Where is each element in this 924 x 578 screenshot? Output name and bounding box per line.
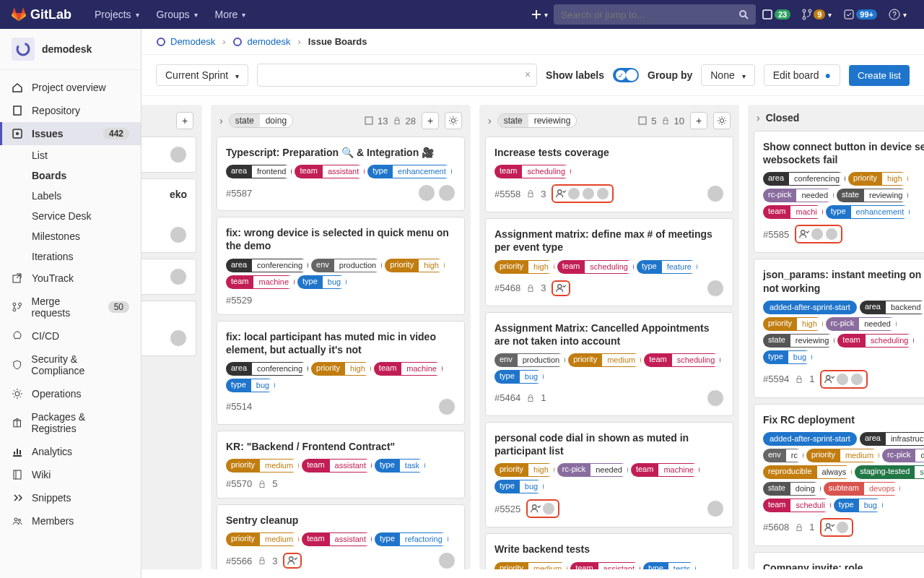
sidebar-item-operations[interactable]: Operations	[0, 382, 141, 405]
crumb-project[interactable]: demodesk	[247, 36, 290, 47]
sidebar-item-packages-registries[interactable]: Packages & Registries	[0, 405, 141, 440]
avatar[interactable]	[542, 502, 555, 515]
assignee-indicator[interactable]	[526, 499, 559, 518]
edit-board-button[interactable]: Edit board●	[764, 64, 840, 86]
issue-card[interactable]: Assignment matrix: define max # of meeti…	[485, 218, 733, 306]
avatar[interactable]	[825, 228, 838, 241]
issue-card[interactable]	[141, 259, 196, 295]
todos-shortcut[interactable]: 99+	[837, 9, 883, 20]
sidebar-item-project-overview[interactable]: Project overview	[0, 76, 141, 99]
issue-card[interactable]: KR: "Backend / Frontend Contract"priorit…	[217, 431, 465, 499]
issue-card[interactable]: Increase tests coverageteamscheduling#55…	[485, 137, 733, 212]
issue-card[interactable]: json_params: instant meeting on lobby no…	[754, 259, 924, 397]
issues-shortcut[interactable]: 23	[756, 9, 796, 20]
clear-filter-icon[interactable]: ×	[525, 69, 531, 80]
project-header[interactable]: demodesk	[0, 29, 141, 70]
nav-projects[interactable]: Projects	[86, 9, 148, 20]
sidebar-sub-iterations[interactable]: Iterations	[0, 246, 141, 267]
collapse-icon[interactable]: ›	[219, 115, 223, 126]
crumb-group[interactable]: Demodesk	[170, 36, 215, 47]
sidebar-item-security-compliance[interactable]: Security & Compliance	[0, 348, 141, 382]
sidebar-item-ci-cd[interactable]: CI/CD	[0, 324, 141, 348]
issue-card[interactable]: Write backend testsprioritymediumteamass…	[485, 533, 733, 569]
sidebar-item-repository[interactable]: Repository	[0, 99, 141, 122]
gitlab-logo[interactable]: GitLab	[12, 7, 71, 22]
nav-groups[interactable]: Groups	[148, 9, 206, 20]
assignee-indicator[interactable]	[820, 518, 853, 537]
list-settings-button[interactable]	[445, 112, 462, 129]
sidebar-item-analytics[interactable]: Analytics	[0, 440, 141, 463]
label-type-bug: typebug	[763, 350, 812, 364]
avatar[interactable]	[850, 373, 863, 386]
avatar[interactable]	[438, 552, 456, 569]
issue-card[interactable]: Company invite: roleprioritymediumstagin…	[754, 552, 924, 569]
issue-card[interactable]: ekoteamine	[141, 178, 196, 253]
sidebar-sub-service-desk[interactable]: Service Desk	[0, 206, 141, 226]
assignee-indicator[interactable]	[283, 553, 302, 569]
card-title: KR: "Backend / Frontend Contract"	[226, 440, 456, 453]
list-settings-button[interactable]	[713, 112, 731, 129]
board-filter[interactable]: ×	[257, 64, 537, 87]
avatar[interactable]	[707, 280, 724, 297]
sidebar-sub-milestones[interactable]: Milestones	[0, 226, 141, 246]
assignee-indicator[interactable]	[552, 280, 570, 296]
group-by-dropdown[interactable]: None	[701, 64, 754, 86]
avatar[interactable]	[707, 389, 724, 407]
add-card-button[interactable]: +	[690, 112, 707, 129]
collapse-icon[interactable]: ›	[757, 112, 760, 124]
avatar[interactable]	[567, 187, 580, 200]
issue-card[interactable]: fix: local participant has muted mic in …	[217, 321, 465, 425]
sidebar-sub-list[interactable]: List	[0, 145, 141, 165]
sidebar-sub-labels[interactable]: Labels	[0, 186, 141, 206]
avatar[interactable]	[170, 268, 187, 285]
avatar[interactable]	[170, 226, 187, 243]
nav-more[interactable]: More	[206, 9, 255, 20]
add-card-button[interactable]: +	[176, 112, 193, 129]
gear-icon	[12, 388, 23, 400]
create-list-button[interactable]: Create list	[849, 65, 910, 86]
help-menu[interactable]: ?	[883, 9, 912, 20]
add-card-button[interactable]: +	[422, 112, 439, 129]
avatar[interactable]	[582, 187, 595, 200]
issue-card[interactable]: Sentry cleanupprioritymediumteamassistan…	[217, 504, 465, 569]
avatar[interactable]	[707, 500, 724, 517]
avatar[interactable]	[811, 228, 824, 241]
issue-card[interactable]: Fix RC deploymentadded-after-sprint-star…	[754, 404, 924, 546]
issue-card[interactable]: Assignment Matrix: Cancelled Appointment…	[485, 312, 733, 416]
issue-card[interactable]: fix: wrong device is selected in quick m…	[217, 217, 465, 314]
assignee-indicator[interactable]	[795, 225, 842, 243]
issue-card[interactable]: personal code dial in shown as muted in …	[485, 422, 733, 527]
avatar[interactable]	[170, 146, 187, 163]
issue-card[interactable]: Typescript: Preparation 🔍 & Integration …	[217, 137, 465, 211]
sidebar-item-merge-requests[interactable]: Merge requests50	[0, 290, 141, 324]
sidebar-item-issues[interactable]: Issues442	[0, 122, 141, 145]
avatar[interactable]	[836, 373, 849, 386]
collapse-icon[interactable]: ›	[488, 115, 492, 126]
avatar[interactable]	[418, 184, 435, 202]
mr-shortcut[interactable]: 9	[796, 9, 837, 20]
sidebar-sub-boards[interactable]: Boards	[0, 165, 141, 186]
label-team-scheduling: teamscheduling	[494, 165, 571, 178]
avatar[interactable]	[438, 398, 456, 415]
plus-menu[interactable]	[526, 9, 554, 20]
issue-card[interactable]: Show connect button in device settings i…	[754, 131, 924, 253]
search-input[interactable]	[561, 9, 738, 20]
sidebar-item-wiki[interactable]: Wiki	[0, 463, 141, 486]
global-search[interactable]	[554, 4, 756, 25]
card-title: fix: wrong device is selected in quick m…	[226, 226, 456, 252]
issue-card[interactable]: teamine	[141, 301, 196, 356]
sidebar-item-snippets[interactable]: Snippets	[0, 486, 141, 509]
avatar[interactable]	[438, 184, 456, 202]
avatar[interactable]	[836, 521, 849, 534]
avatar[interactable]	[170, 329, 187, 347]
issue-card[interactable]	[141, 137, 196, 173]
avatar[interactable]	[596, 187, 609, 200]
show-labels-toggle[interactable]: ✓	[613, 68, 639, 82]
board-switcher[interactable]: Current Sprint	[156, 64, 248, 86]
avatar[interactable]	[707, 185, 724, 202]
svg-rect-34	[663, 120, 668, 124]
assignee-indicator[interactable]	[552, 184, 614, 203]
sidebar-item-members[interactable]: Members	[0, 509, 141, 532]
sidebar-item-youtrack[interactable]: YouTrack	[0, 267, 141, 290]
assignee-indicator[interactable]	[820, 370, 868, 389]
